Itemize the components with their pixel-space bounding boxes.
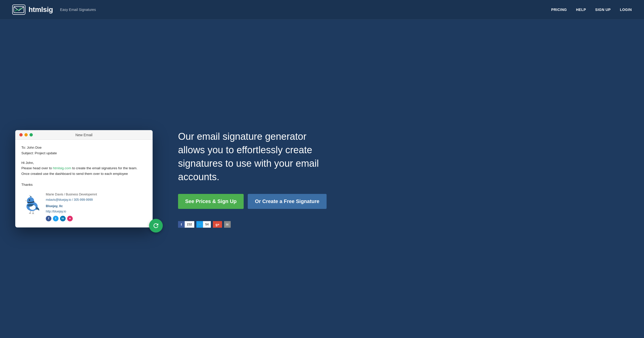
email-body: To: John Doe Subject: Project update Hi …	[15, 140, 153, 227]
sig-linkedin-icon: in	[60, 216, 66, 221]
email-to: To: John Doe	[21, 145, 147, 150]
email-greeting: Hi John,	[21, 160, 147, 166]
twitter-count: 54	[203, 221, 211, 228]
window-dots	[19, 133, 33, 136]
social-share-bar: f 232 🐦 54 g+ ✉	[178, 221, 629, 228]
email-meta: To: John Doe Subject: Project update	[21, 145, 147, 156]
bird-image	[21, 192, 42, 212]
sig-website: http://bluejay.io	[46, 209, 97, 214]
sig-email-phone: mdavis@bluejay.io / 305-999-9999	[46, 197, 97, 202]
facebook-share[interactable]: f 232	[178, 221, 194, 228]
sig-facebook-icon: f	[46, 216, 51, 221]
facebook-count: 232	[185, 221, 194, 228]
twitter-share-button[interactable]: 🐦	[196, 221, 203, 228]
sig-instagram-icon: ●	[67, 216, 73, 221]
hero-heading: Our email signature generator allows you…	[178, 130, 326, 184]
svg-point-2	[27, 197, 34, 204]
dot-red	[19, 133, 23, 136]
email-mockup-wrapper: New Email To: John Doe Subject: Project …	[15, 130, 158, 227]
see-prices-button[interactable]: See Prices & Sign Up	[178, 194, 244, 209]
window-title: New Email	[76, 133, 93, 137]
logo-text: htmlsig	[28, 6, 53, 14]
nav-help[interactable]: HELP	[576, 8, 586, 12]
dot-green-dot	[30, 133, 33, 136]
email-message: Hi John, Please head over to htmlsig.com…	[21, 160, 147, 188]
main-nav: PRICING HELP SIGN UP LOGIN	[551, 8, 632, 12]
svg-marker-4	[25, 200, 26, 201]
sig-twitter-icon: t	[53, 216, 58, 221]
sig-name: Marie Davis / Business Developemnt	[46, 192, 97, 196]
sig-info: Marie Davis / Business Developemnt mdavi…	[46, 192, 97, 221]
cta-buttons: See Prices & Sign Up Or Create a Free Si…	[178, 194, 629, 209]
email-share-button[interactable]: ✉	[224, 221, 231, 228]
htmlsig-link[interactable]: htmlsig.com	[53, 166, 71, 170]
email-body-text: Please head over to htmlsig.com to creat…	[21, 165, 147, 176]
nav-pricing[interactable]: PRICING	[551, 8, 567, 12]
email-thanks: Thanks	[21, 182, 147, 188]
dot-yellow	[24, 133, 28, 136]
nav-login[interactable]: LOGIN	[620, 8, 632, 12]
sig-name-line: Marie Davis / Business Developemnt	[46, 192, 97, 197]
logo-area: htmlsig Easy Email Signatures	[12, 5, 551, 15]
logo-icon	[12, 5, 25, 15]
twitter-share[interactable]: 🐦 54	[196, 221, 211, 228]
svg-point-6	[29, 199, 30, 200]
sig-social-icons: f t in ●	[46, 216, 97, 221]
email-window: New Email To: John Doe Subject: Project …	[15, 130, 153, 227]
hero-content: Our email signature generator allows you…	[173, 130, 629, 228]
create-free-signature-button[interactable]: Or Create a Free Signature	[248, 194, 326, 209]
googleplus-share-button[interactable]: g+	[213, 221, 222, 228]
nav-signup[interactable]: SIGN UP	[595, 8, 611, 12]
email-subject: Subject: Project update	[21, 150, 147, 156]
sig-company: Bluejay, llc	[46, 203, 97, 209]
email-signature: Marie Davis / Business Developemnt mdavi…	[21, 192, 147, 221]
refresh-button[interactable]	[149, 219, 163, 233]
svg-line-7	[30, 211, 31, 213]
window-titlebar: New Email	[15, 130, 153, 140]
logo-tagline: Easy Email Signatures	[60, 8, 96, 12]
facebook-share-button[interactable]: f	[178, 221, 185, 228]
